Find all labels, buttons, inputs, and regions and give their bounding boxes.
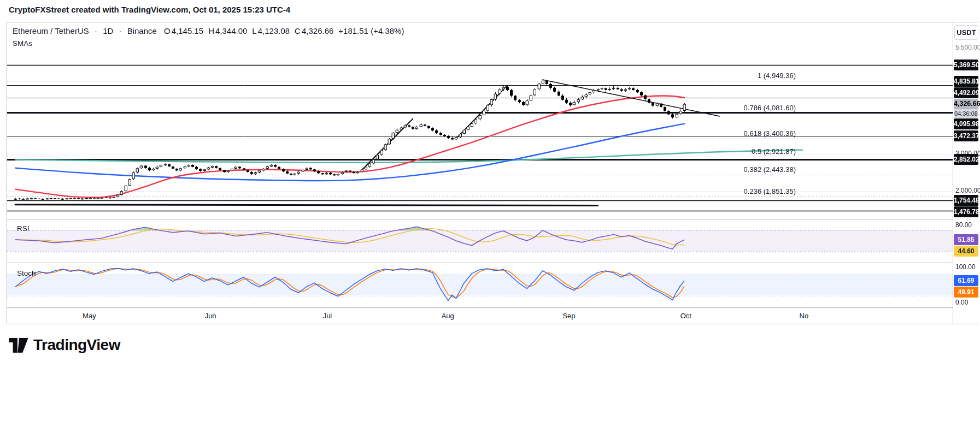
bar-countdown-badge: 04:36:08 bbox=[954, 109, 978, 118]
month-label: Oct bbox=[674, 312, 698, 320]
chart-container: Ethereum / TetherUS · 1D · Binance O4,14… bbox=[7, 22, 979, 324]
month-label: No bbox=[792, 312, 816, 320]
open-key: O bbox=[164, 26, 171, 35]
price-change: +181.51 (+4.38%) bbox=[338, 26, 404, 35]
price-badge: 49.91 bbox=[954, 287, 978, 298]
currency-toggle-button[interactable]: USDT bbox=[954, 25, 978, 40]
price-chart-canvas[interactable] bbox=[7, 22, 953, 219]
ohlc-values: O4,145.15H4,344.00L4,123.08C4,326.66+181… bbox=[159, 26, 404, 35]
price-badge: 44.60 bbox=[954, 246, 978, 257]
legend-separator: · bbox=[119, 26, 122, 35]
high-value: 4,344.00 bbox=[215, 26, 247, 35]
close-value: 4,326.66 bbox=[302, 26, 333, 35]
month-label: Jun bbox=[198, 312, 222, 320]
tradingview-logo-text: TradingView bbox=[33, 336, 120, 354]
month-label: Jul bbox=[315, 312, 339, 320]
pane-separator-rsi[interactable] bbox=[7, 219, 978, 219]
price-badge: 4,835.81 bbox=[954, 76, 978, 87]
stoch-pane-canvas[interactable] bbox=[7, 263, 953, 307]
symbol-legend: Ethereum / TetherUS · 1D · Binance O4,14… bbox=[13, 26, 404, 35]
time-axis[interactable]: MayJunJulAugSepOctNo bbox=[7, 307, 953, 325]
month-label: Sep bbox=[557, 312, 581, 320]
price-badge: 4,095.98 bbox=[954, 118, 978, 129]
axis-tick: 5,500.00 bbox=[955, 44, 980, 51]
price-badge: 5,369.50 bbox=[954, 60, 978, 70]
rsi-pane-canvas[interactable] bbox=[7, 219, 953, 263]
legend-separator: · bbox=[95, 26, 97, 35]
indicator-label-stoch[interactable]: Stoch bbox=[17, 269, 36, 277]
price-badge: 4,492.09 bbox=[954, 87, 978, 98]
current-price-badge: 4,326.66 bbox=[954, 99, 978, 109]
month-label: May bbox=[77, 312, 101, 320]
pane-separator-stoch[interactable] bbox=[7, 263, 978, 263]
price-badge: 2,852.02 bbox=[954, 154, 978, 165]
indicator-label-smas[interactable]: SMAs bbox=[13, 39, 32, 47]
interval-label[interactable]: 1D bbox=[103, 26, 113, 35]
price-badge: 1,754.48 bbox=[954, 195, 978, 206]
close-key: C bbox=[295, 26, 301, 35]
symbol-title[interactable]: Ethereum / TetherUS bbox=[13, 26, 89, 35]
tradingview-logo-icon bbox=[9, 338, 28, 353]
price-badge: 1,476.78 bbox=[954, 206, 978, 217]
price-axis[interactable]: USDT 5,500.003,000.002,000.0080.00100.00… bbox=[953, 22, 979, 324]
axis-tick: 0.00 bbox=[955, 299, 968, 306]
tradingview-logo[interactable]: TradingView bbox=[9, 336, 120, 354]
attribution-header: CryptoFXStreet created with TradingView.… bbox=[9, 5, 290, 14]
axis-tick: 80.00 bbox=[955, 221, 972, 229]
axis-tick: 100.00 bbox=[955, 263, 976, 271]
open-value: 4,145.15 bbox=[172, 26, 203, 35]
price-badge: 61.69 bbox=[954, 275, 978, 286]
month-label: Aug bbox=[436, 312, 460, 320]
exchange-label[interactable]: Binance bbox=[127, 26, 157, 35]
axis-tick: 2,000.00 bbox=[955, 187, 980, 194]
low-key: L bbox=[252, 26, 256, 35]
indicator-label-rsi[interactable]: RSI bbox=[17, 224, 30, 233]
low-value: 4,123.08 bbox=[258, 26, 290, 35]
price-badge: 3,472.37 bbox=[954, 130, 978, 141]
screenshot-root: CryptoFXStreet created with TradingView.… bbox=[0, 0, 980, 422]
price-badge: 51.85 bbox=[954, 234, 978, 245]
high-key: H bbox=[208, 26, 214, 35]
